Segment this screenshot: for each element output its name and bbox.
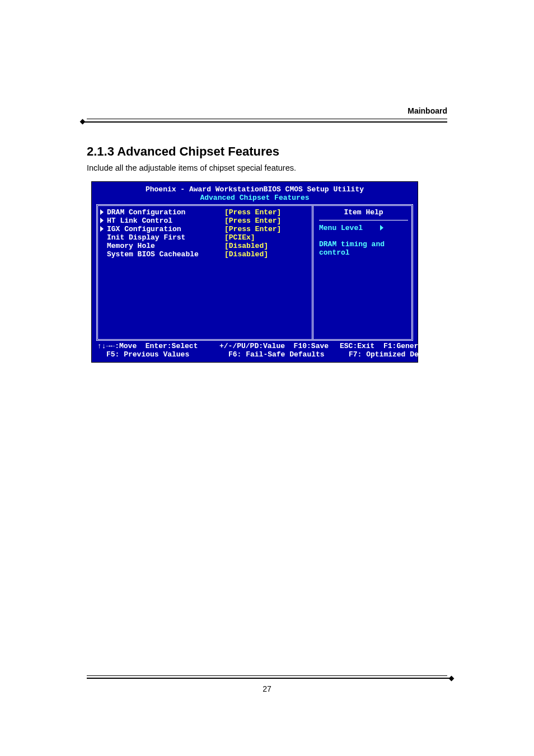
bios-item-ht-link[interactable]: HT Link Control [Press Enter] xyxy=(100,217,310,225)
bios-item-label: Init Display First xyxy=(107,233,224,242)
footer-f5-hint: F5: Previous Values xyxy=(97,350,228,359)
diamond-icon xyxy=(449,676,455,682)
bios-title-line2: Advanced Chipset Features xyxy=(94,194,415,202)
submenu-arrow-icon xyxy=(380,225,383,231)
submenu-arrow-icon xyxy=(100,208,107,217)
bios-screenshot: Phoenix - Award WorkstationBIOS CMOS Set… xyxy=(91,181,418,363)
help-divider xyxy=(319,220,408,220)
bios-item-value: [Press Enter] xyxy=(224,208,281,217)
submenu-arrow-icon xyxy=(100,225,107,233)
bios-footer: ↑↓→←:Move Enter:Select +/-/PU/PD:Value F… xyxy=(92,341,418,362)
bios-body: DRAM Configuration [Press Enter] HT Link… xyxy=(96,204,413,341)
diamond-icon xyxy=(80,119,86,124)
help-title: Item Help xyxy=(319,208,408,217)
bios-item-label: DRAM Configuration xyxy=(107,208,224,217)
bios-item-label: HT Link Control xyxy=(107,217,224,225)
submenu-arrow-icon xyxy=(100,217,107,225)
bottom-rule: 27 xyxy=(87,675,447,693)
bios-item-value: [Disabled] xyxy=(224,242,268,250)
spacer xyxy=(100,242,107,250)
bios-item-memory-hole[interactable]: Memory Hole [Disabled] xyxy=(100,242,310,250)
footer-exit-hint: ESC:Exit F1:General Help xyxy=(340,342,449,350)
help-menu-level: Menu Level xyxy=(319,224,408,232)
section-title: 2.1.3 Advanced Chipset Features xyxy=(87,144,447,159)
bios-item-label: Memory Hole xyxy=(107,242,224,250)
bios-title: Phoenix - Award WorkstationBIOS CMOS Set… xyxy=(92,182,418,204)
help-desc-line1: DRAM timing and xyxy=(319,240,408,248)
bios-title-line1: Phoenix - Award WorkstationBIOS CMOS Set… xyxy=(94,185,415,194)
footer-nav-hint: ↑↓→←:Move Enter:Select xyxy=(97,342,219,350)
spacer xyxy=(100,233,107,242)
footer-f6-hint: F6: Fail-Safe Defaults xyxy=(228,350,349,359)
help-desc-line2: control xyxy=(319,248,408,257)
spacer xyxy=(100,250,107,259)
footer-value-hint: +/-/PU/PD:Value F10:Save xyxy=(219,342,340,350)
bios-item-bios-cacheable[interactable]: System BIOS Cacheable [Disabled] xyxy=(100,250,310,259)
bios-item-label: System BIOS Cacheable xyxy=(107,250,224,259)
bios-item-label: IGX Configuration xyxy=(107,225,224,233)
bios-item-value: [PCIEx] xyxy=(224,233,255,242)
footer-f7-hint: F7: Optimized Defaults xyxy=(349,350,445,359)
running-head: Mainboard xyxy=(87,106,447,115)
bios-item-value: [Press Enter] xyxy=(224,217,281,225)
bios-item-value: [Disabled] xyxy=(224,250,268,259)
bios-item-igx[interactable]: IGX Configuration [Press Enter] xyxy=(100,225,310,233)
section-intro: Include all the adjustable items of chip… xyxy=(87,163,447,172)
menu-level-label: Menu Level xyxy=(319,224,363,232)
bios-help-pane: Item Help Menu Level DRAM timing and con… xyxy=(312,206,411,339)
bios-left-pane: DRAM Configuration [Press Enter] HT Link… xyxy=(98,206,312,339)
bios-item-init-display[interactable]: Init Display First [PCIEx] xyxy=(100,233,310,242)
bios-item-value: [Press Enter] xyxy=(224,225,281,233)
bios-item-dram[interactable]: DRAM Configuration [Press Enter] xyxy=(100,208,310,217)
top-rule xyxy=(87,119,447,124)
page-number: 27 xyxy=(87,684,447,693)
